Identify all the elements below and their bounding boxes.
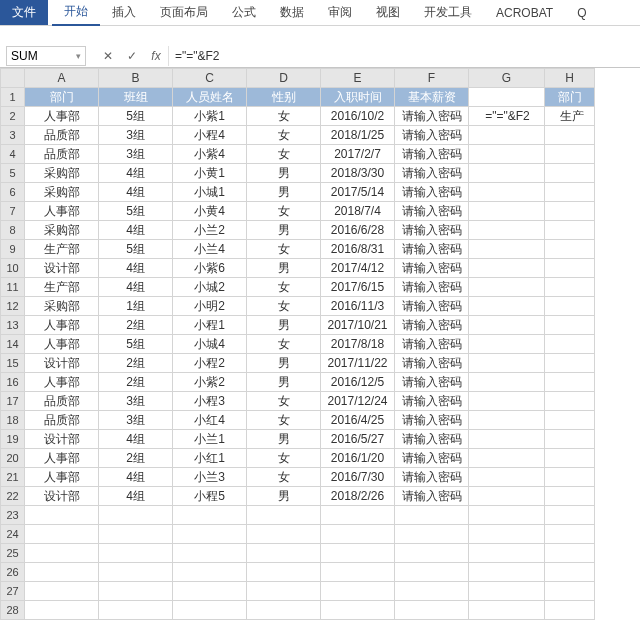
cell[interactable]: 女	[247, 107, 321, 126]
tab-developer[interactable]: 开发工具	[412, 0, 484, 25]
cell[interactable]	[247, 601, 321, 620]
col-B[interactable]: B	[99, 69, 173, 88]
help-icon[interactable]: Q	[565, 2, 598, 24]
cell-G22[interactable]	[469, 487, 545, 506]
cell[interactable]: 请输入密码	[395, 126, 469, 145]
cell-H14[interactable]	[545, 335, 595, 354]
cell[interactable]: 小紫1	[173, 107, 247, 126]
cell[interactable]: 5组	[99, 202, 173, 221]
row-head-3[interactable]: 3	[1, 126, 25, 145]
cell-H7[interactable]	[545, 202, 595, 221]
row-head-2[interactable]: 2	[1, 107, 25, 126]
cell-G14[interactable]	[469, 335, 545, 354]
cell[interactable]	[99, 544, 173, 563]
cell-G12[interactable]	[469, 297, 545, 316]
cancel-icon[interactable]	[96, 47, 120, 65]
cell[interactable]: 小紫4	[173, 145, 247, 164]
cell[interactable]: 女	[247, 468, 321, 487]
row-head-12[interactable]: 12	[1, 297, 25, 316]
cell[interactable]: 小程4	[173, 126, 247, 145]
cell[interactable]: 请输入密码	[395, 316, 469, 335]
cell[interactable]	[247, 544, 321, 563]
cell[interactable]	[469, 563, 545, 582]
header-team[interactable]: 班组	[99, 88, 173, 107]
row-head-14[interactable]: 14	[1, 335, 25, 354]
formula-input[interactable]: ="="&F2	[168, 46, 640, 66]
cell[interactable]: 人事部	[25, 202, 99, 221]
chevron-down-icon[interactable]	[76, 51, 81, 61]
col-C[interactable]: C	[173, 69, 247, 88]
cell-H20[interactable]	[545, 449, 595, 468]
cell[interactable]	[25, 525, 99, 544]
cell-G19[interactable]	[469, 430, 545, 449]
cell[interactable]: 小城2	[173, 278, 247, 297]
tab-page-layout[interactable]: 页面布局	[148, 0, 220, 25]
cell-G20[interactable]	[469, 449, 545, 468]
tab-review[interactable]: 审阅	[316, 0, 364, 25]
cell-G21[interactable]	[469, 468, 545, 487]
row-head-21[interactable]: 21	[1, 468, 25, 487]
cell[interactable]: 3组	[99, 392, 173, 411]
cell[interactable]: 设计部	[25, 487, 99, 506]
row-head-17[interactable]: 17	[1, 392, 25, 411]
cell[interactable]	[469, 582, 545, 601]
cell-G15[interactable]	[469, 354, 545, 373]
cell-G8[interactable]	[469, 221, 545, 240]
cell-G17[interactable]	[469, 392, 545, 411]
cell-G10[interactable]	[469, 259, 545, 278]
cell[interactable]: 2组	[99, 373, 173, 392]
cell[interactable]	[395, 506, 469, 525]
cell[interactable]: 小兰4	[173, 240, 247, 259]
cell[interactable]: 1组	[99, 297, 173, 316]
cell[interactable]: 请输入密码	[395, 430, 469, 449]
cell[interactable]	[25, 506, 99, 525]
cell-G7[interactable]	[469, 202, 545, 221]
cell[interactable]: 2017/10/21	[321, 316, 395, 335]
cell[interactable]	[321, 506, 395, 525]
row-head-23[interactable]: 23	[1, 506, 25, 525]
cell-G3[interactable]	[469, 126, 545, 145]
tab-formulas[interactable]: 公式	[220, 0, 268, 25]
cell[interactable]: 请输入密码	[395, 411, 469, 430]
cell[interactable]	[395, 544, 469, 563]
cell[interactable]: 小兰1	[173, 430, 247, 449]
cell[interactable]: 2017/4/12	[321, 259, 395, 278]
cell[interactable]: 4组	[99, 278, 173, 297]
cell[interactable]: 小明2	[173, 297, 247, 316]
cell[interactable]: 小城1	[173, 183, 247, 202]
cell[interactable]	[321, 563, 395, 582]
cell[interactable]	[173, 582, 247, 601]
cell[interactable]	[247, 506, 321, 525]
cell[interactable]	[99, 506, 173, 525]
cell[interactable]	[545, 601, 595, 620]
cell[interactable]: 2017/11/22	[321, 354, 395, 373]
tab-insert[interactable]: 插入	[100, 0, 148, 25]
cell[interactable]: 男	[247, 316, 321, 335]
cell[interactable]: 小黄1	[173, 164, 247, 183]
header-salary[interactable]: 基本薪资	[395, 88, 469, 107]
cell[interactable]	[545, 506, 595, 525]
cell[interactable]: 男	[247, 183, 321, 202]
cell[interactable]: 采购部	[25, 164, 99, 183]
row-head-26[interactable]: 26	[1, 563, 25, 582]
cell-H21[interactable]	[545, 468, 595, 487]
col-F[interactable]: F	[395, 69, 469, 88]
cell[interactable]: 2016/6/28	[321, 221, 395, 240]
cell[interactable]	[99, 563, 173, 582]
col-E[interactable]: E	[321, 69, 395, 88]
cell[interactable]: 2018/7/4	[321, 202, 395, 221]
cell[interactable]: 生产部	[25, 278, 99, 297]
cell[interactable]	[247, 563, 321, 582]
cell[interactable]: 2016/11/3	[321, 297, 395, 316]
header-name[interactable]: 人员姓名	[173, 88, 247, 107]
cell[interactable]: 请输入密码	[395, 164, 469, 183]
cell[interactable]: 请输入密码	[395, 487, 469, 506]
tab-file[interactable]: 文件	[0, 0, 48, 25]
cell-H22[interactable]	[545, 487, 595, 506]
cell[interactable]: 人事部	[25, 468, 99, 487]
cell[interactable]: 4组	[99, 487, 173, 506]
cell-H3[interactable]	[545, 126, 595, 145]
cell[interactable]	[25, 582, 99, 601]
cell-H2[interactable]: 生产	[545, 107, 595, 126]
cell[interactable]	[99, 582, 173, 601]
